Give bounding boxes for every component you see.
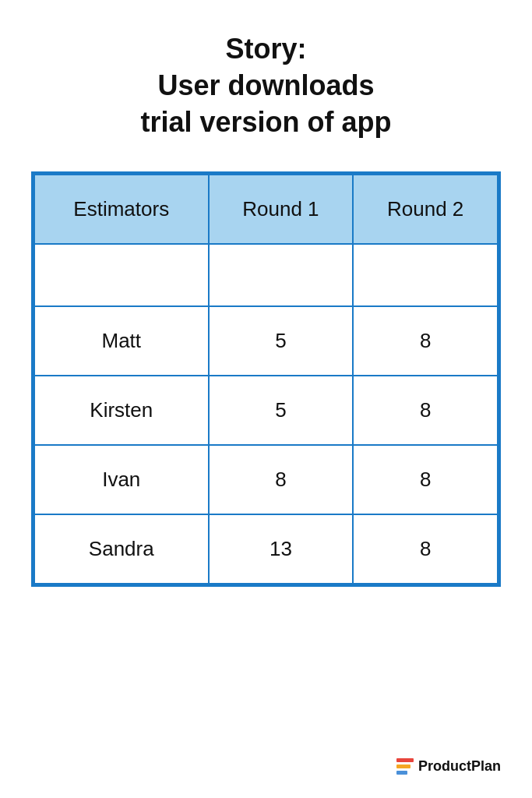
logo-bar-blue [396, 771, 407, 775]
cell-estimator: Sandra [34, 514, 209, 584]
cell-round1: 5 [209, 306, 354, 376]
logo-icon [396, 758, 414, 775]
col-header-estimators: Estimators [34, 175, 209, 244]
table-row: Matt58 [34, 306, 498, 376]
title-line2: User downloads [157, 69, 374, 101]
table-row [34, 244, 498, 306]
cell-round2: 8 [353, 306, 498, 376]
cell-round2 [353, 244, 498, 306]
cell-round1: 5 [209, 376, 354, 445]
title-line1: Story: [225, 33, 306, 65]
cell-round1: 8 [209, 445, 354, 514]
cell-round1: 13 [209, 514, 354, 584]
cell-round2: 8 [353, 376, 498, 445]
cell-round2: 8 [353, 445, 498, 514]
page-title: Story: User downloads trial version of a… [140, 31, 391, 140]
title-line3: trial version of app [140, 106, 391, 138]
table-row: Ivan88 [34, 445, 498, 514]
cell-estimator: Kirsten [34, 376, 209, 445]
cell-estimator: Ivan [34, 445, 209, 514]
cell-round1 [209, 244, 354, 306]
estimation-table: Estimators Round 1 Round 2 Matt58Kirsten… [33, 174, 499, 584]
logo-bar-orange [396, 764, 410, 768]
productplan-logo: ProductPlan [396, 758, 501, 775]
col-header-round1: Round 1 [209, 175, 354, 244]
cell-round2: 8 [353, 514, 498, 584]
table-row: Kirsten58 [34, 376, 498, 445]
logo-bar-red [396, 758, 414, 762]
logo-text: ProductPlan [418, 758, 501, 775]
cell-estimator: Matt [34, 306, 209, 376]
cell-estimator [34, 244, 209, 306]
footer: ProductPlan [31, 743, 501, 775]
estimation-table-wrapper: Estimators Round 1 Round 2 Matt58Kirsten… [31, 171, 501, 587]
col-header-round2: Round 2 [353, 175, 498, 244]
table-row: Sandra138 [34, 514, 498, 584]
